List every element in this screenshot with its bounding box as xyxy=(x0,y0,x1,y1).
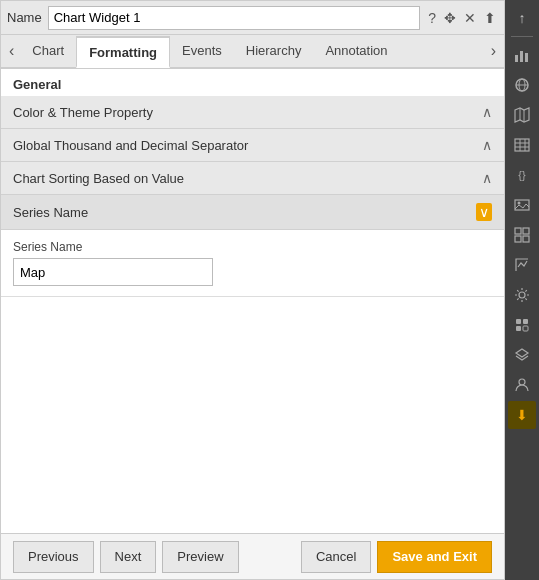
sidebar-table-icon[interactable] xyxy=(508,131,536,159)
close-icon[interactable]: ✕ xyxy=(462,9,478,27)
sidebar-users-icon[interactable] xyxy=(508,371,536,399)
sidebar-pivot-icon[interactable] xyxy=(508,221,536,249)
svg-point-15 xyxy=(518,202,521,205)
sidebar-code-icon[interactable]: {} xyxy=(508,161,536,189)
svg-rect-17 xyxy=(523,228,529,234)
svg-rect-16 xyxy=(515,228,521,234)
content-area: General Color & Theme Property ∧ Global … xyxy=(1,69,504,533)
svg-marker-6 xyxy=(515,108,529,122)
series-name-input[interactable] xyxy=(13,258,213,286)
general-label: General xyxy=(1,69,504,96)
tab-hierarchy[interactable]: Hierarchy xyxy=(234,35,314,67)
accordion-chart-sorting-label: Chart Sorting Based on Value xyxy=(13,171,184,186)
name-label: Name xyxy=(7,10,42,25)
svg-point-26 xyxy=(519,379,525,385)
svg-rect-19 xyxy=(523,236,529,242)
tab-events[interactable]: Events xyxy=(170,35,234,67)
accordion-thousand-decimal[interactable]: Global Thousand and Decimal Separator ∧ xyxy=(1,129,504,162)
svg-marker-25 xyxy=(516,349,528,357)
svg-rect-18 xyxy=(515,236,521,242)
preview-button[interactable]: Preview xyxy=(162,541,238,573)
svg-rect-2 xyxy=(525,53,528,62)
widget-name-input[interactable] xyxy=(48,6,421,30)
svg-rect-24 xyxy=(523,326,528,331)
accordion-color-theme-label: Color & Theme Property xyxy=(13,105,153,120)
sidebar-globe-icon[interactable] xyxy=(508,71,536,99)
accordion-thousand-decimal-label: Global Thousand and Decimal Separator xyxy=(13,138,248,153)
save-exit-button[interactable]: Save and Exit xyxy=(377,541,492,573)
svg-rect-21 xyxy=(516,319,521,324)
right-sidebar: ↑ {} xyxy=(505,0,539,580)
sidebar-settings-icon[interactable] xyxy=(508,281,536,309)
accordion-series-name-chevron: ∨ xyxy=(476,203,492,221)
main-panel: Name ? ✥ ✕ ⬆ ‹ Chart Formatting Events H… xyxy=(0,0,505,580)
accordion-chart-sorting-chevron: ∧ xyxy=(482,170,492,186)
tab-chart[interactable]: Chart xyxy=(20,35,76,67)
footer: Previous Next Preview Cancel Save and Ex… xyxy=(1,533,504,579)
footer-left-buttons: Previous Next Preview xyxy=(13,541,239,573)
sidebar-image-icon[interactable] xyxy=(508,191,536,219)
tab-annotation[interactable]: Annotation xyxy=(313,35,399,67)
next-button[interactable]: Next xyxy=(100,541,157,573)
tab-prev-button[interactable]: ‹ xyxy=(3,35,20,67)
sidebar-divider-1 xyxy=(511,36,533,37)
accordion-color-theme[interactable]: Color & Theme Property ∧ xyxy=(1,96,504,129)
svg-rect-1 xyxy=(520,51,523,62)
sidebar-download-icon[interactable]: ⬇ xyxy=(508,401,536,429)
sidebar-up-icon[interactable]: ↑ xyxy=(508,4,536,32)
help-icon[interactable]: ? xyxy=(426,9,438,27)
accordion-color-theme-chevron: ∧ xyxy=(482,104,492,120)
accordion-series-name[interactable]: Series Name ∨ xyxy=(1,195,504,230)
sidebar-data-icon[interactable] xyxy=(508,311,536,339)
tab-next-button[interactable]: › xyxy=(485,35,502,67)
svg-rect-22 xyxy=(523,319,528,324)
sidebar-bar-chart-icon[interactable] xyxy=(508,41,536,69)
svg-point-20 xyxy=(519,292,525,298)
sidebar-layers-icon[interactable] xyxy=(508,341,536,369)
accordion-chart-sorting[interactable]: Chart Sorting Based on Value ∧ xyxy=(1,162,504,195)
accordion-thousand-decimal-chevron: ∧ xyxy=(482,137,492,153)
sidebar-analytics-icon[interactable] xyxy=(508,251,536,279)
move-icon[interactable]: ✥ xyxy=(442,9,458,27)
footer-right-buttons: Cancel Save and Exit xyxy=(301,541,492,573)
tab-formatting[interactable]: Formatting xyxy=(76,36,170,68)
cancel-button[interactable]: Cancel xyxy=(301,541,371,573)
sidebar-map-icon[interactable] xyxy=(508,101,536,129)
accordion-series-name-content: Series Name xyxy=(1,230,504,297)
expand-icon[interactable]: ⬆ xyxy=(482,9,498,27)
accordion-series-name-label: Series Name xyxy=(13,205,88,220)
tabs-bar: ‹ Chart Formatting Events Hierarchy Anno… xyxy=(1,35,504,69)
svg-rect-9 xyxy=(515,139,529,151)
title-bar: Name ? ✥ ✕ ⬆ xyxy=(1,1,504,35)
svg-rect-23 xyxy=(516,326,521,331)
previous-button[interactable]: Previous xyxy=(13,541,94,573)
svg-rect-0 xyxy=(515,55,518,62)
title-bar-icons: ? ✥ ✕ ⬆ xyxy=(426,9,498,27)
series-name-field-label: Series Name xyxy=(13,240,492,254)
